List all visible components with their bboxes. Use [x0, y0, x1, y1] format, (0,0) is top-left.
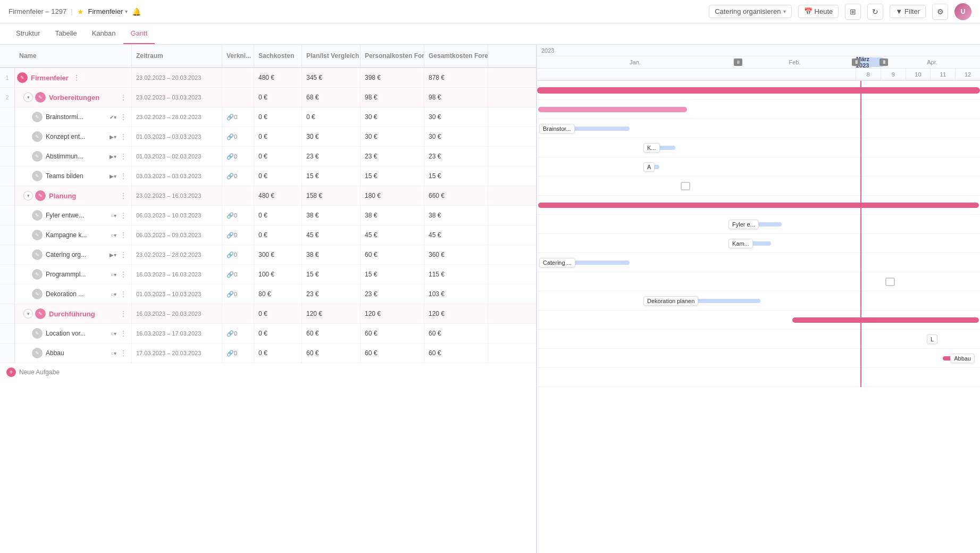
edit-icon[interactable]: ✎	[32, 328, 43, 339]
row-gesamt: 30 €	[424, 127, 488, 146]
today-line	[860, 81, 861, 387]
row-gesamt: 60 €	[424, 343, 488, 363]
row-gesamt: 15 €	[424, 166, 488, 186]
project-name-dropdown[interactable]: Firmenfeier ▾	[88, 7, 128, 15]
gantt-label-brainstorming: Brainstor...	[539, 124, 575, 133]
row-verkni	[222, 186, 254, 205]
project-id: Firmenfeier – 1297	[9, 7, 66, 15]
tab-kanban[interactable]: Kanban	[85, 23, 123, 44]
pause-marker-marz-left[interactable]: ⏸	[852, 58, 860, 66]
refresh-button[interactable]: ↻	[867, 4, 883, 20]
row-sachkosten: 0 €	[254, 107, 302, 127]
row-number: 1	[0, 68, 15, 87]
more-menu-btn[interactable]: ⋮	[120, 349, 127, 357]
day-row: 8 9 10 11 12	[537, 68, 980, 80]
gantt-row	[537, 177, 980, 196]
row-verkni: 🔗 0	[222, 107, 254, 127]
edit-icon[interactable]: ✎	[35, 308, 46, 319]
more-menu-btn[interactable]: ⋮	[120, 250, 127, 259]
project-name: Firmenfeier	[88, 7, 123, 15]
edit-icon[interactable]: ✎	[32, 112, 43, 122]
row-number	[0, 245, 15, 264]
settings-button[interactable]: ⚙	[932, 4, 948, 20]
more-menu-btn[interactable]: ⋮	[120, 231, 127, 239]
status-icon: ○▾	[111, 213, 116, 219]
heute-button[interactable]: 📅 Heute	[798, 5, 839, 18]
day-9: 9	[881, 69, 906, 80]
row-number	[0, 265, 15, 284]
row-zeitraum: 01.03.2023 – 02.03.2023	[132, 147, 222, 166]
expand-btn[interactable]: ▾	[23, 93, 33, 102]
row-personal: 398 €	[361, 68, 424, 87]
catering-dropdown-btn[interactable]: Catering organisieren ▾	[709, 5, 791, 18]
day-12: 12	[956, 69, 980, 80]
edit-icon[interactable]: ✎	[17, 72, 28, 83]
gantt-label-location: L	[927, 334, 937, 344]
row-planist: 30 €	[302, 127, 361, 146]
edit-icon[interactable]: ✎	[32, 210, 43, 221]
more-menu-btn[interactable]: ⋮	[120, 132, 127, 141]
row-gesamt: 120 €	[424, 304, 488, 323]
row-verkni: 🔗 0	[222, 225, 254, 245]
row-planist: 120 €	[302, 304, 361, 323]
more-menu-btn[interactable]: ⋮	[120, 309, 127, 318]
more-menu-btn[interactable]: ⋮	[120, 211, 127, 220]
more-menu-btn[interactable]: ⋮	[120, 152, 127, 161]
filter-button[interactable]: ▼ Filter	[890, 5, 926, 18]
row-planist: 23 €	[302, 147, 361, 166]
row-number	[0, 147, 15, 166]
row-zeitraum: 01.03.2023 – 10.03.2023	[132, 284, 222, 304]
edit-icon[interactable]: ✎	[32, 230, 43, 240]
more-menu-btn[interactable]: ⋮	[120, 329, 127, 338]
user-initials: U	[961, 8, 966, 15]
more-menu-btn[interactable]: ⋮	[120, 270, 127, 279]
row-personal: 38 €	[361, 206, 424, 225]
status-icon: ▶▾	[110, 154, 116, 160]
edit-icon[interactable]: ✎	[32, 269, 43, 280]
edit-icon[interactable]: ✎	[32, 249, 43, 260]
expand-btn[interactable]: ▾	[23, 309, 33, 319]
add-task-row[interactable]: + Neue Aufgabe	[0, 363, 536, 381]
row-verkni: 🔗 0	[222, 284, 254, 304]
row-planist: 60 €	[302, 343, 361, 363]
favorite-star-icon[interactable]: ★	[77, 7, 84, 16]
group-label: Vorbereitungen	[49, 94, 99, 102]
row-gesamt: 878 €	[424, 68, 488, 87]
more-menu-btn[interactable]: ⋮	[73, 73, 80, 82]
user-avatar[interactable]: U	[954, 3, 971, 20]
table-row: ✎ Kampagne k... ○▾ ⋮ 06.03.2023 – 09.03.…	[0, 225, 536, 245]
pause-marker-marz-right[interactable]: ⏸	[880, 58, 888, 66]
row-name: ✎ Location vor... ○▾ ⋮	[15, 324, 132, 343]
row-gesamt: 360 €	[424, 245, 488, 264]
gantt-row: Brainstor...	[537, 119, 980, 138]
pause-marker-jan[interactable]: ⏸	[734, 58, 742, 66]
tab-tabelle[interactable]: Tabelle	[48, 23, 85, 44]
more-menu-btn[interactable]: ⋮	[120, 93, 127, 102]
table-section: Name Zeitraum Verkni... Sachkosten Plan/…	[0, 45, 537, 553]
edit-icon[interactable]: ✎	[32, 151, 43, 162]
more-menu-btn[interactable]: ⋮	[120, 191, 127, 200]
top-bar-right: Catering organisieren ▾ 📅 Heute ⊞ ↻ ▼ Fi…	[709, 3, 971, 20]
month-marz: März 2023 ⏸ ⏸	[856, 56, 884, 68]
more-menu-btn[interactable]: ⋮	[120, 172, 127, 180]
row-gesamt: 98 €	[424, 88, 488, 107]
gear-icon: ⚙	[937, 7, 944, 16]
notification-icon[interactable]: 🔔	[132, 7, 141, 16]
row-name: ✎ Konzept ent... ▶▾ ⋮	[15, 127, 132, 146]
edit-icon[interactable]: ✎	[35, 92, 46, 103]
expand-btn[interactable]: ▾	[23, 191, 33, 200]
more-menu-btn[interactable]: ⋮	[120, 113, 127, 121]
tab-struktur[interactable]: Struktur	[9, 23, 48, 44]
edit-icon[interactable]: ✎	[32, 131, 43, 142]
row-name: ✎ Brainstormi... ✔▾ ⋮	[15, 107, 132, 127]
month-feb: Feb.	[734, 56, 856, 68]
gantt-bar-teams	[681, 182, 690, 190]
edit-icon[interactable]: ✎	[32, 171, 43, 181]
tab-gantt[interactable]: Gantt	[123, 23, 155, 44]
group-label: Firmenfeier	[31, 74, 69, 82]
edit-icon[interactable]: ✎	[35, 190, 46, 201]
more-menu-btn[interactable]: ⋮	[120, 290, 127, 298]
edit-icon[interactable]: ✎	[32, 348, 43, 358]
calendar-view-button[interactable]: ⊞	[845, 4, 861, 20]
edit-icon[interactable]: ✎	[32, 289, 43, 299]
